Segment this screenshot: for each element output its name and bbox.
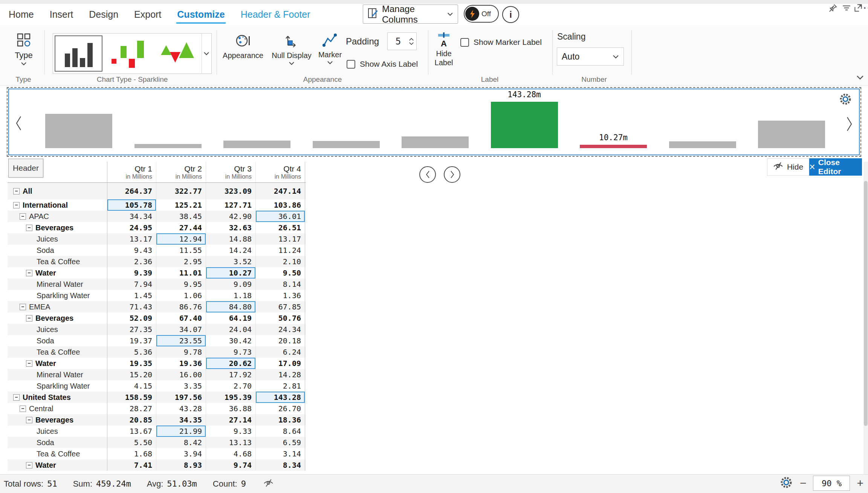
menu-tab-insert[interactable]: Insert <box>49 8 74 21</box>
value-cell[interactable]: 20.18 <box>256 335 305 346</box>
value-cell[interactable]: 323.09 <box>206 183 256 199</box>
stepper-up-icon[interactable] <box>409 38 414 41</box>
value-cell[interactable]: 14.24 <box>206 245 256 256</box>
value-cell[interactable]: 3.14 <box>256 448 305 459</box>
value-cell[interactable]: 9.09 <box>206 279 256 290</box>
chart-settings-gear-icon[interactable] <box>839 92 852 107</box>
filter-lines-icon[interactable] <box>841 2 852 14</box>
value-cell[interactable]: 11.55 <box>156 245 206 256</box>
value-cell[interactable]: 43.28 <box>156 403 206 414</box>
value-cell[interactable]: 1.36 <box>256 290 305 301</box>
row-header-cell[interactable]: Beverages <box>8 312 107 324</box>
column-header-qtr-4[interactable]: Qtr 4in Millions <box>256 162 305 182</box>
value-cell[interactable]: 264.37 <box>107 183 156 199</box>
collapse-icon[interactable] <box>26 417 32 423</box>
value-cell[interactable]: 13.13 <box>206 437 256 448</box>
show-axis-label-checkbox[interactable] <box>347 60 355 69</box>
value-cell[interactable]: 34.35 <box>156 414 206 426</box>
value-cell[interactable]: 67.85 <box>256 301 305 312</box>
menu-tab-header-footer[interactable]: Header & Footer <box>240 8 311 21</box>
row-header-cell[interactable]: Soda <box>8 335 107 346</box>
value-cell[interactable]: 9.39 <box>107 267 156 279</box>
value-cell[interactable]: 195.39 <box>206 392 256 403</box>
collapse-icon[interactable] <box>20 213 26 220</box>
value-cell[interactable]: 20.85 <box>107 414 156 426</box>
value-cell[interactable]: 30.42 <box>206 335 256 346</box>
value-cell[interactable]: 12.94 <box>156 233 206 245</box>
row-header-cell[interactable]: Soda <box>8 437 107 448</box>
value-cell[interactable]: 3.35 <box>156 380 206 392</box>
value-cell[interactable]: 9.50 <box>256 267 305 279</box>
value-cell[interactable]: 1.68 <box>107 448 156 459</box>
more-icon[interactable]: ··· <box>863 2 868 14</box>
chart-type-button[interactable]: Type <box>9 32 38 66</box>
close-editor-button[interactable]: × Close Editor <box>809 158 862 176</box>
value-cell[interactable]: 3.94 <box>156 448 206 459</box>
row-header-cell[interactable]: International <box>8 199 107 211</box>
value-cell[interactable]: 6.59 <box>256 437 305 448</box>
null-display-button[interactable]: Null Display <box>267 33 316 65</box>
collapse-ribbon-icon[interactable] <box>856 75 864 81</box>
value-cell[interactable]: 26.51 <box>256 222 305 233</box>
value-cell[interactable]: 9.95 <box>156 279 206 290</box>
sparkline-preview-region[interactable]: 143.28m10.27m <box>7 87 861 157</box>
value-cell[interactable]: 17.92 <box>206 369 256 380</box>
row-header-cell[interactable]: Soda <box>8 245 107 256</box>
expand-icon[interactable] <box>853 2 864 14</box>
value-cell[interactable]: 9.43 <box>107 245 156 256</box>
scroll-right-icon[interactable] <box>845 116 854 134</box>
value-cell[interactable]: 1.06 <box>156 290 206 301</box>
page-prev-button[interactable] <box>419 166 436 183</box>
value-cell[interactable]: 19.35 <box>107 358 156 369</box>
padding-stepper[interactable]: 5 <box>387 32 417 50</box>
value-cell[interactable]: 5.36 <box>107 346 156 358</box>
value-cell[interactable]: 2.10 <box>256 256 305 267</box>
collapse-icon[interactable] <box>13 188 20 194</box>
value-cell[interactable]: 125.21 <box>156 199 206 211</box>
bar-sparkline-type[interactable] <box>55 35 102 72</box>
value-cell[interactable]: 103.86 <box>256 199 305 211</box>
row-header-cell[interactable]: Juices <box>8 324 107 335</box>
column-header-qtr-3[interactable]: Qtr 3in Millions <box>206 162 256 182</box>
row-header-cell[interactable]: Water <box>8 459 107 471</box>
value-cell[interactable]: 8.34 <box>256 459 305 471</box>
value-cell[interactable]: 7.94 <box>107 279 156 290</box>
value-cell[interactable]: 19.37 <box>107 335 156 346</box>
value-cell[interactable]: 17.09 <box>256 358 305 369</box>
value-cell[interactable]: 71.43 <box>107 301 156 312</box>
value-cell[interactable]: 11.01 <box>156 267 206 279</box>
value-cell[interactable]: 86.76 <box>156 301 206 312</box>
scaling-select[interactable]: Auto <box>557 47 624 66</box>
stepper-down-icon[interactable] <box>409 42 414 45</box>
value-cell[interactable]: 4.15 <box>107 380 156 392</box>
row-header-cell[interactable]: Water <box>8 267 107 279</box>
value-cell[interactable]: 8.64 <box>256 426 305 437</box>
row-header-cell[interactable]: Mineral Water <box>8 369 107 380</box>
value-cell[interactable]: 50.76 <box>256 312 305 324</box>
value-cell[interactable]: 127.71 <box>206 199 256 211</box>
value-cell[interactable]: 247.14 <box>256 183 305 199</box>
value-cell[interactable]: 36.88 <box>206 403 256 414</box>
value-cell[interactable]: 2.81 <box>256 380 305 392</box>
menu-tab-customize[interactable]: Customize <box>176 8 225 21</box>
value-cell[interactable]: 197.56 <box>156 392 206 403</box>
value-cell[interactable]: 24.34 <box>256 324 305 335</box>
row-header-cell[interactable]: Beverages <box>8 414 107 426</box>
hide-label-button[interactable]: A Hide Label <box>432 32 455 67</box>
collapse-icon[interactable] <box>26 225 32 231</box>
value-cell[interactable]: 19.36 <box>156 358 206 369</box>
value-cell[interactable]: 27.14 <box>206 414 256 426</box>
value-cell[interactable]: 14.28 <box>256 369 305 380</box>
zoom-out-button[interactable]: − <box>800 478 807 489</box>
row-header-cell[interactable]: Tea & Coffee <box>8 346 107 358</box>
scroll-left-icon[interactable] <box>14 115 23 133</box>
column-header-qtr-2[interactable]: Qtr 2in Millions <box>156 162 206 182</box>
value-cell[interactable]: 6.24 <box>256 346 305 358</box>
value-cell[interactable]: 10.27 <box>206 267 256 279</box>
row-header-cell[interactable]: Juices <box>8 426 107 437</box>
value-cell[interactable]: 9.33 <box>206 426 256 437</box>
manage-columns-button[interactable]: Manage Columns <box>363 5 458 24</box>
row-header-cell[interactable]: Sparkling Water <box>8 290 107 301</box>
page-next-button[interactable] <box>444 166 460 183</box>
value-cell[interactable]: 21.99 <box>156 426 206 437</box>
